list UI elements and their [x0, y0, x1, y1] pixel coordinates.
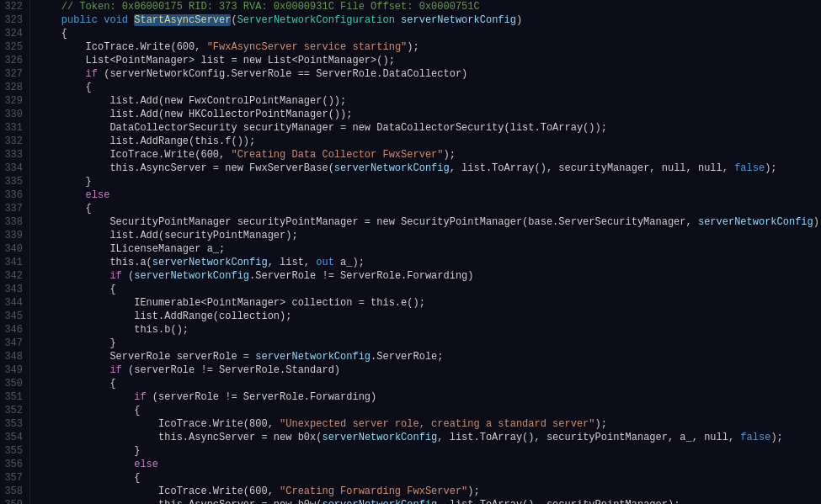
- token: {: [37, 472, 140, 484]
- token: IcoTrace.Write(600,: [37, 149, 231, 161]
- token: (: [231, 14, 237, 26]
- code-line: IcoTrace.Write(600, "Creating Data Colle…: [37, 148, 814, 162]
- code-line: this.AsyncServer = new FwxServerBase(ser…: [37, 162, 814, 175]
- token: "FwxAsyncServer service starting": [207, 41, 408, 53]
- code-line: // Token: 0x06000175 RID: 373 RVA: 0x000…: [37, 0, 814, 13]
- token: StartAsyncServer: [134, 14, 231, 26]
- token: if: [109, 364, 121, 376]
- token: }: [37, 337, 116, 349]
- token: );: [407, 41, 418, 53]
- code-line: list.AddRange(collection);: [37, 310, 814, 323]
- token: {: [37, 203, 92, 215]
- token: [37, 459, 134, 470]
- token: List<PointManager> list = new List<Point…: [37, 55, 395, 66]
- code-line: this.AsyncServer = new b0x(serverNetwork…: [37, 431, 814, 444]
- token: serverNetworkConfig: [334, 162, 450, 174]
- token: this.b();: [37, 324, 189, 336]
- token: {: [37, 284, 116, 295]
- token: serverNetworkConfig: [698, 216, 813, 228]
- line-number: 333: [3, 148, 23, 162]
- code-line: DataCollectorSecurity securityManager = …: [37, 121, 814, 135]
- code-line: list.Add(new FwxControlPointManager());: [37, 94, 814, 108]
- line-number: 346: [3, 323, 23, 337]
- line-number: 336: [3, 188, 23, 202]
- code-line: else: [37, 188, 814, 202]
- token: , list.ToArray(), securityPointManager, …: [437, 432, 740, 443]
- line-number: 343: [3, 283, 23, 296]
- code-line: }: [37, 337, 814, 350]
- token: (serverRole != ServerRole.Standard): [122, 364, 340, 376]
- code-line: ILicenseManager a_;: [37, 242, 814, 256]
- token: serverNetworkConfig: [152, 257, 268, 268]
- line-number: 353: [3, 417, 23, 431]
- line-number: 338: [3, 215, 23, 229]
- line-number: 355: [3, 444, 23, 458]
- line-number: 339: [3, 229, 23, 242]
- code-line: public void StartAsyncServer(ServerNetwo…: [37, 13, 814, 27]
- line-number: 335: [3, 175, 23, 188]
- token: void: [104, 14, 128, 26]
- token: "Creating Data Collector FwxServer": [231, 149, 443, 161]
- line-number: 328: [3, 81, 23, 94]
- line-number: 325: [3, 40, 23, 54]
- line-number: 358: [3, 485, 23, 498]
- token: , list.ToArray(), securityPointManager);: [437, 499, 680, 504]
- line-number: 345: [3, 310, 23, 323]
- token: [37, 364, 109, 376]
- code-line: this.a(serverNetworkConfig, list, out a_…: [37, 256, 814, 269]
- code-line: SecurityPointManager securityPointManage…: [37, 215, 814, 229]
- token: IcoTrace.Write(600,: [37, 485, 280, 497]
- line-number: 337: [3, 202, 23, 215]
- token: out: [316, 257, 334, 268]
- line-number: 350: [3, 377, 23, 390]
- token: );: [443, 149, 455, 161]
- line-number: 331: [3, 121, 23, 135]
- code-line: {: [37, 404, 814, 417]
- code-line: {: [37, 81, 814, 94]
- code-line: }: [37, 175, 814, 188]
- token: public: [61, 14, 98, 26]
- line-number: 341: [3, 256, 23, 269]
- line-number: 348: [3, 350, 23, 363]
- code-line: if (serverNetworkConfig.ServerRole != Se…: [37, 269, 814, 283]
- token: this.AsyncServer = new b0x(: [37, 432, 322, 443]
- code-line: list.AddRange(this.f());: [37, 135, 814, 148]
- token: ServerRole serverRole =: [37, 351, 255, 363]
- code-content[interactable]: // Token: 0x06000175 RID: 373 RVA: 0x000…: [30, 0, 821, 504]
- line-number: 352: [3, 404, 23, 417]
- token: this.AsyncServer = new b0w(: [37, 499, 322, 504]
- token: "Unexpected server role, creating a stan…: [280, 418, 594, 430]
- token: [37, 14, 61, 26]
- token: // Token: 0x06000175 RID: 373 RVA: 0x000…: [37, 1, 480, 13]
- token: else: [134, 459, 158, 470]
- code-line: {: [37, 377, 814, 390]
- line-number: 340: [3, 242, 23, 256]
- token: );: [765, 162, 776, 174]
- token: ): [516, 14, 522, 26]
- token: }: [37, 445, 140, 457]
- token: , list.ToArray(), securityManager, null,…: [450, 162, 734, 174]
- token: serverNetworkConfig: [322, 432, 437, 443]
- token: serverNetworkConfig: [401, 14, 516, 26]
- token: if: [109, 270, 121, 282]
- token: (serverNetworkConfig.ServerRole == Serve…: [98, 68, 467, 80]
- line-number: 326: [3, 54, 23, 67]
- token: {: [37, 405, 140, 416]
- line-number: 334: [3, 162, 23, 175]
- line-number: 357: [3, 471, 23, 485]
- line-number: 329: [3, 94, 23, 108]
- code-editor: 3223233243253263273283293303313323333343…: [0, 0, 821, 504]
- token: {: [37, 28, 67, 40]
- token: SecurityPointManager securityPointManage…: [37, 216, 698, 228]
- code-line: else: [37, 458, 814, 471]
- token: "Creating Forwarding FwxServer": [280, 485, 467, 497]
- code-line: ServerRole serverRole = serverNetworkCon…: [37, 350, 814, 363]
- token: IcoTrace.Write(600,: [37, 41, 207, 53]
- token: .ServerRole;: [371, 351, 443, 363]
- line-number: 356: [3, 458, 23, 471]
- line-number: 349: [3, 363, 23, 377]
- token: );: [467, 485, 479, 497]
- token: serverNetworkConfig: [322, 499, 437, 504]
- code-line: this.AsyncServer = new b0w(serverNetwork…: [37, 498, 814, 504]
- line-number: 324: [3, 27, 23, 40]
